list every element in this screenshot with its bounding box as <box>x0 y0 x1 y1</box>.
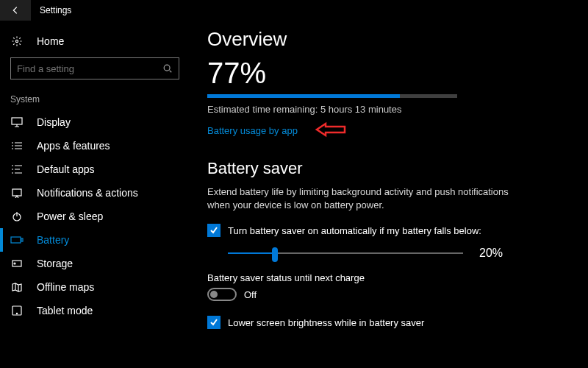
home-label: Home <box>37 35 64 47</box>
search-input[interactable] <box>17 63 162 74</box>
battery-percent: 77% <box>207 57 570 90</box>
apps-icon <box>10 140 24 152</box>
toggle-knob <box>210 291 218 298</box>
saver-status-toggle[interactable] <box>207 288 237 301</box>
svg-rect-3 <box>12 189 21 196</box>
svg-rect-5 <box>11 237 21 243</box>
page-heading: Overview <box>207 28 570 51</box>
battery-usage-by-app-link[interactable]: Battery usage by app <box>207 125 298 136</box>
storage-icon <box>10 258 24 269</box>
checkmark-icon <box>209 226 218 235</box>
svg-point-8 <box>14 263 15 264</box>
sidebar-item-apps-features[interactable]: Apps & features <box>0 134 190 158</box>
back-button[interactable] <box>0 0 31 21</box>
sidebar-item-label: Tablet mode <box>37 305 93 316</box>
auto-saver-checkbox[interactable] <box>207 224 220 237</box>
sidebar-item-display[interactable]: Display <box>0 110 190 134</box>
estimated-remaining: Estimated time remaining: 5 hours 13 min… <box>207 104 570 115</box>
battery-saver-description: Extend battery life by limiting backgrou… <box>207 185 523 212</box>
window-title: Settings <box>40 5 71 15</box>
home-nav[interactable]: Home <box>0 31 190 52</box>
svg-point-1 <box>164 65 170 71</box>
sidebar-item-label: Power & sleep <box>37 210 103 222</box>
sidebar-item-default-apps[interactable]: Default apps <box>0 158 190 181</box>
selection-indicator <box>0 228 3 252</box>
battery-saver-heading: Battery saver <box>207 159 570 178</box>
svg-rect-6 <box>21 238 23 241</box>
sidebar-item-notifications[interactable]: Notifications & actions <box>0 181 190 205</box>
threshold-slider[interactable] <box>228 246 463 261</box>
slider-thumb[interactable] <box>272 247 278 262</box>
saver-status-text: Off <box>244 289 257 300</box>
title-bar: Settings <box>0 0 588 21</box>
search-input-wrapper[interactable] <box>10 57 179 79</box>
notifications-icon <box>10 187 24 199</box>
sidebar-item-offline-maps[interactable]: Offline maps <box>0 275 190 299</box>
sidebar-item-label: Display <box>37 116 71 128</box>
auto-saver-label: Turn battery saver on automatically if m… <box>228 225 481 236</box>
sidebar-item-label: Notifications & actions <box>37 187 138 199</box>
checkmark-icon <box>209 318 218 327</box>
sidebar-item-label: Default apps <box>37 163 95 175</box>
sidebar-item-storage[interactable]: Storage <box>0 252 190 275</box>
sidebar-item-label: Apps & features <box>37 140 110 152</box>
home-icon <box>10 35 24 47</box>
sidebar-item-tablet-mode[interactable]: Tablet mode <box>0 299 190 322</box>
sidebar-section-label: System <box>0 90 190 110</box>
content-pane: Overview 77% Estimated time remaining: 5… <box>190 21 588 368</box>
tablet-icon <box>10 305 24 316</box>
sidebar-item-power-sleep[interactable]: Power & sleep <box>0 205 190 228</box>
battery-icon <box>10 234 24 246</box>
svg-rect-2 <box>12 118 22 124</box>
battery-bar-fill <box>207 94 400 98</box>
slider-fill <box>228 252 275 254</box>
svg-point-10 <box>16 313 17 314</box>
svg-point-0 <box>15 40 18 42</box>
lower-brightness-label: Lower screen brightness while in battery… <box>228 317 424 328</box>
maps-icon <box>10 281 24 293</box>
sidebar-item-label: Battery <box>37 234 69 246</box>
power-icon <box>10 210 24 222</box>
search-icon <box>162 63 173 74</box>
back-arrow-icon <box>10 5 21 15</box>
sidebar-item-battery[interactable]: Battery <box>0 228 190 252</box>
battery-bar <box>207 94 457 98</box>
saver-status-label: Battery saver status until next charge <box>207 272 570 283</box>
slider-value: 20% <box>479 247 503 260</box>
display-icon <box>10 116 24 128</box>
sidebar-item-label: Offline maps <box>37 281 94 293</box>
annotation-arrow <box>315 121 367 141</box>
default-apps-icon <box>10 163 24 175</box>
lower-brightness-checkbox[interactable] <box>207 316 220 329</box>
sidebar-item-label: Storage <box>37 258 73 269</box>
sidebar: Home System Display Apps & features Defa… <box>0 21 190 368</box>
